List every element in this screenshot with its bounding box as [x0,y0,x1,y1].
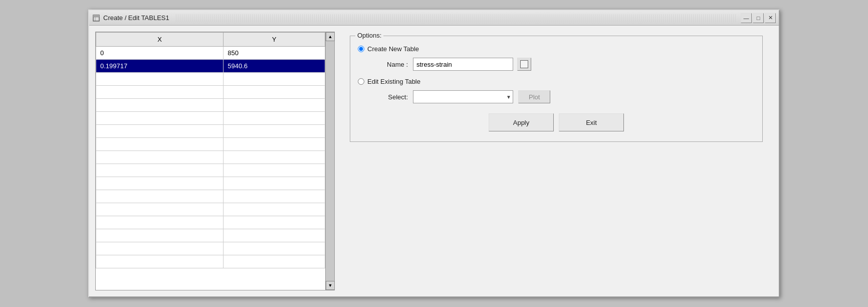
edit-existing-table-radio[interactable] [358,78,364,85]
cell-x[interactable] [96,125,224,138]
cell-y[interactable] [224,138,325,151]
options-group: Options: Create New Table Name : [350,36,763,142]
exit-button[interactable]: Exit [559,113,624,131]
table-row[interactable] [96,138,325,151]
cell-y[interactable] [224,177,325,190]
table-row[interactable] [96,203,325,216]
select-label: Select: [368,93,408,101]
cell-x[interactable] [96,229,224,242]
cell-x[interactable] [96,216,224,229]
data-table: X Y 08500.1997175940.6 [96,32,325,268]
browse-button[interactable] [517,58,531,71]
table-row[interactable] [96,86,325,99]
main-window: Create / Edit TABLES1 — □ ✕ X Y [88,10,780,297]
table-row[interactable] [96,112,325,125]
table-row[interactable] [96,125,325,138]
cell-y[interactable] [224,242,325,255]
title-bar-decoration [174,14,736,22]
table-scrollbar: ▲ ▼ [326,32,335,290]
left-panel: X Y 08500.1997175940.6 ▲ ▼ [95,32,335,290]
column-header-x: X [96,33,224,47]
table-row[interactable] [96,229,325,242]
browse-button-inner [520,60,528,68]
cell-x[interactable] [96,190,224,203]
window-title: Create / Edit TABLES1 [103,14,169,22]
scroll-down-button[interactable]: ▼ [326,281,335,290]
table-row[interactable] [96,177,325,190]
svg-rect-1 [93,15,99,17]
cell-x[interactable] [96,112,224,125]
create-new-table-label: Create New Table [367,45,419,53]
cell-y[interactable] [224,190,325,203]
table-row[interactable] [96,190,325,203]
table-row[interactable] [96,164,325,177]
content-area: X Y 08500.1997175940.6 ▲ ▼ Options: [89,26,779,296]
cell-y[interactable] [224,125,325,138]
table-row[interactable] [96,99,325,112]
apply-button[interactable]: Apply [489,113,554,131]
name-label: Name : [368,61,408,68]
cell-x[interactable] [96,203,224,216]
cell-y[interactable]: 5940.6 [224,60,325,73]
cell-x[interactable] [96,73,224,86]
cell-y[interactable] [224,112,325,125]
name-row: Name : [368,58,755,71]
edit-existing-table-row: Edit Existing Table [358,78,755,85]
cell-x[interactable]: 0.199717 [96,60,224,73]
table-row[interactable] [96,151,325,164]
table-row[interactable] [96,255,325,268]
name-input[interactable] [413,58,513,71]
cell-x[interactable] [96,255,224,268]
close-button[interactable]: ✕ [765,13,776,23]
table-row[interactable] [96,216,325,229]
cell-x[interactable]: 0 [96,47,224,60]
action-buttons: Apply Exit [358,113,755,131]
cell-y[interactable] [224,73,325,86]
cell-x[interactable] [96,86,224,99]
cell-x[interactable] [96,164,224,177]
cell-y[interactable] [224,255,325,268]
cell-x[interactable] [96,177,224,190]
plot-button[interactable]: Plot [518,90,550,103]
cell-x[interactable] [96,99,224,112]
scroll-up-button[interactable]: ▲ [326,32,335,41]
options-legend: Options: [355,32,383,39]
cell-y[interactable] [224,164,325,177]
create-new-table-row: Create New Table [358,45,755,53]
table-row[interactable] [96,73,325,86]
window-controls: — □ ✕ [741,13,776,23]
cell-x[interactable] [96,151,224,164]
edit-existing-table-label: Edit Existing Table [367,78,420,85]
cell-x[interactable] [96,242,224,255]
cell-y[interactable]: 850 [224,47,325,60]
select-row: Select: ▼ Plot [368,90,755,103]
cell-y[interactable] [224,203,325,216]
cell-y[interactable] [224,151,325,164]
right-panel: Options: Create New Table Name : [335,32,773,290]
cell-y[interactable] [224,229,325,242]
select-dropdown[interactable] [413,90,513,103]
cell-y[interactable] [224,99,325,112]
column-header-y: Y [224,33,325,47]
cell-y[interactable] [224,86,325,99]
maximize-button[interactable]: □ [753,13,764,23]
table-row[interactable] [96,242,325,255]
scroll-track[interactable] [326,41,334,281]
table-row[interactable]: 0.1997175940.6 [96,60,325,73]
table-row[interactable]: 0850 [96,47,325,60]
data-table-container: X Y 08500.1997175940.6 [95,32,326,290]
select-dropdown-wrapper: ▼ [413,90,513,103]
minimize-button[interactable]: — [741,13,752,23]
create-new-table-radio[interactable] [358,46,364,52]
window-icon [92,14,100,22]
title-bar: Create / Edit TABLES1 — □ ✕ [89,11,779,26]
cell-y[interactable] [224,216,325,229]
cell-x[interactable] [96,138,224,151]
